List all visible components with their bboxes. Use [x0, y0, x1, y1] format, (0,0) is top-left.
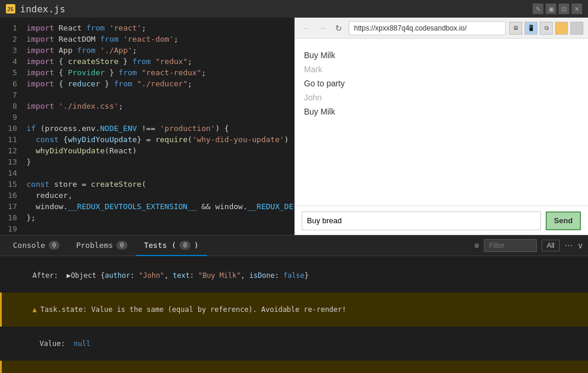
line-number: 6: [0, 78, 26, 89]
address-bar[interactable]: [349, 21, 506, 35]
tab-problems-label: Problems: [76, 241, 113, 250]
browser-toolbar: ← → ↻ 🖥 📱 ⧉: [295, 18, 588, 39]
isdone-val: false: [283, 271, 305, 280]
line-number: 17: [0, 201, 26, 212]
line-content: reducer,: [26, 190, 294, 201]
tab-problems[interactable]: Problems 0: [68, 236, 135, 256]
browser-preview: ← → ↻ 🖥 📱 ⧉ Buy MilkMarkGo to partyJohnB…: [294, 18, 588, 235]
task-input[interactable]: [302, 211, 541, 230]
tab-tests-paren: ): [194, 241, 199, 250]
warn-icon-1: ▲: [32, 305, 36, 314]
filter-all-btn[interactable]: All: [542, 240, 560, 251]
filter-more-btn[interactable]: ⋯: [564, 241, 573, 250]
file-name: index.js: [20, 4, 65, 15]
line-number: 11: [0, 134, 26, 145]
line-content: }: [26, 156, 294, 167]
value-null-1: Value: null: [0, 327, 588, 361]
line-content: import React from 'react';: [26, 22, 294, 33]
text-key: text: [173, 271, 190, 280]
forward-button[interactable]: →: [316, 22, 329, 35]
browser-content: Buy MilkMarkGo to partyJohnBuy Milk: [295, 39, 588, 206]
line-content: const {whyDidYouUpdate} = require('why-d…: [26, 134, 294, 145]
tab-console-label: Console: [13, 241, 45, 250]
author-val: "John": [139, 271, 164, 280]
color-btn-1[interactable]: [555, 22, 568, 35]
color-btn-2[interactable]: [570, 22, 583, 35]
line-content: import { createStore } from "redux";: [26, 56, 294, 67]
layout-btn[interactable]: ▣: [546, 4, 556, 14]
send-button[interactable]: Send: [546, 211, 581, 230]
code-line: 1import React from 'react';: [0, 22, 294, 33]
title-bar: JS index.js ✎ ▣ ⊡ ✕: [0, 0, 588, 18]
isdone-key: isDone: [249, 271, 275, 280]
browser-action-btns: 🖥 📱 ⧉: [509, 22, 583, 35]
line-number: 14: [0, 167, 26, 179]
edit-btn[interactable]: ✎: [533, 4, 543, 14]
code-line: 12 whyDidYouUpdate(React): [0, 145, 294, 156]
code-line: 17 window.__REDUX_DEVTOOLS_EXTENSION__ &…: [0, 201, 294, 212]
console-output: After: ▶Object {author: "John", text: "B…: [0, 256, 588, 373]
line-number: 15: [0, 179, 26, 190]
task-item: Buy Milk: [304, 48, 579, 62]
line-content: window.__REDUX_DEVTOOLS_EXTENSION__ && w…: [26, 201, 294, 212]
bottom-tab-controls: ≡ All ⋯ ∨: [474, 239, 583, 252]
code-line: 18};: [0, 212, 294, 223]
tab-console[interactable]: Console 0: [5, 236, 68, 256]
tab-console-badge: 0: [49, 241, 60, 250]
mobile-view-btn[interactable]: 📱: [524, 22, 537, 35]
split-btn[interactable]: ⊡: [559, 4, 569, 14]
line-content: import { reducer } from "./reducer";: [26, 78, 294, 89]
line-number: 1: [0, 22, 26, 33]
code-line: 19: [0, 223, 294, 234]
console-line-after: After: ▶Object {author: "John", text: "B…: [0, 258, 588, 293]
code-line: 15const store = createStore(: [0, 179, 294, 190]
line-number: 19: [0, 223, 26, 234]
filter-chevron-btn[interactable]: ∨: [577, 241, 583, 250]
line-number: 2: [0, 33, 26, 45]
line-number: 9: [0, 112, 26, 123]
code-line: 14: [0, 167, 294, 179]
tab-problems-badge: 0: [116, 241, 128, 250]
line-number: 18: [0, 212, 26, 223]
line-content: import './index.css';: [26, 100, 294, 112]
close-btn[interactable]: ✕: [572, 4, 582, 14]
code-line: 9: [0, 112, 294, 123]
line-content: import { Provider } from "react-redux";: [26, 67, 294, 78]
author-key: author: [105, 271, 130, 280]
code-line: 10if (process.env.NODE_ENV !== 'producti…: [0, 123, 294, 134]
line-number: 12: [0, 145, 26, 156]
bottom-tabs: Console 0 Problems 0 Tests ( 0 ) ≡ All ⋯…: [0, 236, 588, 256]
code-line: 11 const {whyDidYouUpdate} = require('wh…: [0, 134, 294, 145]
line-content: whyDidYouUpdate(React): [26, 145, 294, 156]
filter-lines-btn[interactable]: ≡: [474, 241, 479, 250]
line-number: 7: [0, 89, 26, 100]
line-content: const store = createStore(: [26, 179, 294, 190]
line-content: };: [26, 212, 294, 223]
refresh-button[interactable]: ↻: [332, 22, 345, 35]
back-button[interactable]: ←: [299, 22, 312, 35]
desktop-view-btn[interactable]: 🖥: [509, 22, 522, 35]
tab-tests[interactable]: Tests ( 0 ): [136, 236, 207, 256]
line-content: if (process.env.NODE_ENV !== 'production…: [26, 123, 294, 134]
warn-task-state: ▲Task.state: Value is the same (equal by…: [0, 293, 588, 327]
code-line: 13}: [0, 156, 294, 167]
task-item: John: [304, 90, 579, 105]
task-item: Go to party: [304, 76, 579, 90]
main-area: 1import React from 'react';2import React…: [0, 18, 588, 235]
code-line: 6import { reducer } from "./reducer";: [0, 78, 294, 89]
line-number: 5: [0, 67, 26, 78]
code-editor: 1import React from 'react';2import React…: [0, 18, 294, 235]
js-file-icon: JS: [6, 4, 15, 14]
line-number: 13: [0, 156, 26, 167]
copy-btn[interactable]: ⧉: [540, 22, 553, 35]
task-item: Buy Milk: [304, 105, 579, 119]
warn-tasklist-props: ▲TaskList.props: Value did not change. A…: [0, 361, 588, 373]
line-content: import ReactDOM from 'react-dom';: [26, 33, 294, 45]
code-line: 7: [0, 89, 294, 100]
browser-footer: Send: [295, 206, 588, 235]
filter-input[interactable]: [484, 239, 537, 252]
task-item: Mark: [304, 62, 579, 76]
bottom-panel: Console 0 Problems 0 Tests ( 0 ) ≡ All ⋯…: [0, 235, 588, 373]
line-number: 3: [0, 45, 26, 56]
code-line: 8import './index.css';: [0, 100, 294, 112]
